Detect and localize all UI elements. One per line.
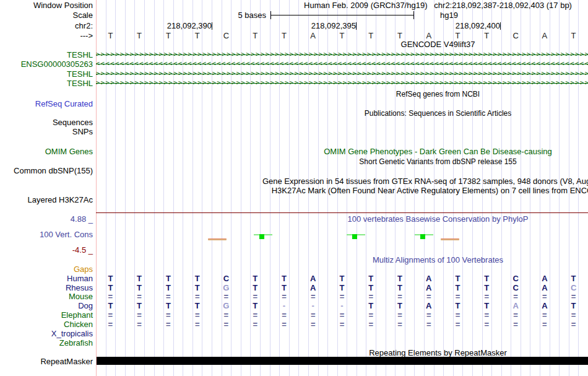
base-letter: T <box>282 32 287 40</box>
repeatmasker-element[interactable] <box>97 357 588 365</box>
alignment-base: = <box>397 292 402 300</box>
multiz-label-rhesus[interactable]: Rhesus <box>66 284 93 292</box>
h3k27ac-baseline[interactable] <box>96 212 588 213</box>
window-position-title: Human Feb. 2009 (GRCh37/hg19) chr2:218,0… <box>192 1 588 9</box>
alignment-base: T <box>253 284 257 292</box>
alignment-base: T <box>195 274 200 282</box>
multiz-label-chicken[interactable]: Chicken <box>64 320 93 328</box>
coordinate-tick-label: 218,092,400 <box>456 22 500 30</box>
alignment-base: T <box>282 284 287 292</box>
alignment-base: T <box>456 302 460 310</box>
conservation-positive-peak[interactable] <box>259 234 264 239</box>
multiz-label-human[interactable]: Human <box>67 274 93 282</box>
multiz-label-dog[interactable]: Dog <box>78 302 93 310</box>
conservation-negative-mark[interactable] <box>441 238 459 240</box>
h3k27ac-track-title: H3K27Ac Mark (Often Found Near Active Re… <box>192 186 588 195</box>
cons-max-value: 4.88 _ <box>71 215 93 223</box>
alignment-base: = <box>542 311 547 319</box>
base-letter: T <box>368 32 373 40</box>
track-label-layered-h3k27ac[interactable]: Layered H3K27Ac <box>27 196 93 204</box>
alignment-base: T <box>282 274 287 282</box>
track-label-refseq-curated[interactable]: RefSeq Curated <box>35 100 93 108</box>
alignment-base: = <box>224 292 229 300</box>
alignment-base: T <box>195 302 200 310</box>
right-arrows-icon: >>>>>>>>>>>>>>>>>>>>>>>>>>>>>>>>>>>>>>>>… <box>96 51 588 58</box>
alignment-base: = <box>340 320 345 328</box>
alignment-base: = <box>340 292 345 300</box>
coordinate-tick-mark <box>356 22 357 30</box>
assembly-short-name: hg19 <box>440 11 458 19</box>
base-letter: T <box>253 32 257 40</box>
gtex-track-title: Gene Expression in 54 tissues from GTEx … <box>192 177 588 185</box>
omim-track-title: OMIM Gene Phenotypes - Dark Green Can Be… <box>192 147 588 155</box>
alignment-base: = <box>137 311 142 319</box>
coordinate-tick-label: 218,092,395 <box>311 22 356 30</box>
alignment-base: T <box>195 284 200 292</box>
track-area[interactable]: Human Feb. 2009 (GRCh37/hg19) chr2:218,0… <box>96 0 588 376</box>
alignment-base: = <box>166 311 171 319</box>
alignment-base: A <box>542 302 547 310</box>
multiz-label-zebrafish[interactable]: Zebrafish <box>59 339 93 347</box>
alignment-base: G <box>223 284 229 292</box>
gene-label-teshl-1[interactable]: TESHL <box>67 51 93 59</box>
track-label-common-dbsnp[interactable]: Common dbSNP(155) <box>14 167 93 175</box>
base-letter: T <box>456 32 460 40</box>
alignment-base: = <box>571 311 576 319</box>
alignment-base: = <box>456 292 460 300</box>
alignment-base: T <box>368 274 373 282</box>
track-label-100-vert-cons[interactable]: 100 Vert. Cons <box>40 230 93 238</box>
track-label-sequences[interactable]: Sequences <box>53 118 93 126</box>
alignment-base: = <box>311 292 316 300</box>
gene-label-ensg00000305263[interactable]: ENSG00000305263 <box>21 60 93 68</box>
alignment-base: = <box>108 320 113 328</box>
window-position-label: Window Position <box>33 1 93 9</box>
alignment-base: = <box>485 292 490 300</box>
alignment-base: = <box>253 311 257 319</box>
alignment-base: T <box>137 302 142 310</box>
scale-label: Scale <box>72 11 93 19</box>
alignment-base: T <box>484 274 489 282</box>
alignment-base: - <box>340 302 343 310</box>
gene-label-teshl-2[interactable]: TESHL <box>67 70 93 78</box>
track-label-omim-genes[interactable]: OMIM Genes <box>45 147 93 155</box>
alignment-base: A <box>310 284 316 292</box>
alignment-base: = <box>513 311 518 319</box>
alignment-base: T <box>108 274 113 282</box>
alignment-base: T <box>571 274 576 282</box>
multiz-label-x-tropicalis[interactable]: X_tropicalis <box>51 330 93 338</box>
alignment-base: G <box>223 302 229 310</box>
multiz-label-elephant[interactable]: Elephant <box>61 311 93 319</box>
gene-label-teshl-3[interactable]: TESHL <box>67 79 93 87</box>
track-label-repeatmasker[interactable]: RepeatMasker <box>40 357 93 365</box>
gene-track-row[interactable]: >>>>>>>>>>>>>>>>>>>>>>>>>>>>>>>>>>>>>>>>… <box>96 79 588 87</box>
alignment-base: = <box>571 292 576 300</box>
gene-track-row[interactable]: >>>>>>>>>>>>>>>>>>>>>>>>>>>>>>>>>>>>>>>>… <box>96 70 588 77</box>
track-label-snps[interactable]: SNPs <box>72 128 93 136</box>
gencode-track-title: GENCODE V49lift37 <box>192 40 588 48</box>
gene-track-row[interactable]: >>>>>>>>>>>>>>>>>>>>>>>>>>>>>>>>>>>>>>>>… <box>96 51 588 58</box>
assembly-title: Human Feb. 2009 (GRCh37/hg19) <box>304 1 427 10</box>
multiz-label-mouse[interactable]: Mouse <box>69 292 93 300</box>
alignment-base: T <box>137 274 142 282</box>
multiz-track-title: Multiz Alignments of 100 Vertebrates <box>192 256 588 264</box>
scale-text: 5 bases <box>238 11 266 19</box>
conservation-negative-mark[interactable] <box>208 238 227 240</box>
multiz-label-gaps[interactable]: Gaps <box>74 265 93 273</box>
repeatmasker-track-title: Repeating Elements by RepeatMasker <box>192 349 588 357</box>
coordinate-tick-mark <box>500 22 501 30</box>
alignment-base: = <box>571 320 576 328</box>
scale-bar <box>270 15 413 15</box>
publications-track-title: Publications: Sequences in Scientific Ar… <box>192 110 588 117</box>
alignment-base: T <box>397 274 402 282</box>
alignment-base: = <box>542 320 547 328</box>
alignment-base: = <box>137 320 142 328</box>
alignment-base: = <box>282 292 287 300</box>
alignment-base: A <box>512 302 518 310</box>
gene-track-row[interactable]: <<<<<<<<<<<<<<<<<<<<<<<<<<<<<<<<<<<<<<<<… <box>96 60 588 68</box>
alignment-base: T <box>137 284 142 292</box>
base-letter: A <box>426 32 431 40</box>
conservation-positive-peak[interactable] <box>420 234 425 239</box>
alignment-base: - <box>283 302 285 310</box>
position-range: chr2:218,092,387-218,092,403 (17 bp) <box>434 1 572 10</box>
conservation-positive-peak[interactable] <box>352 234 357 239</box>
